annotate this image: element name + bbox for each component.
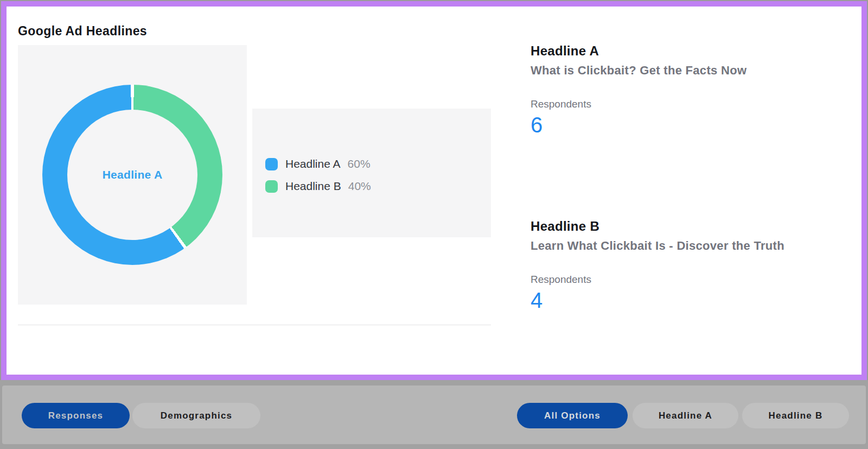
filter-headline-a[interactable]: Headline A (633, 403, 738, 428)
donut-chart[interactable]: Headline A (42, 85, 222, 265)
tab-responses[interactable]: Responses (22, 403, 130, 428)
respondents-value: 4 (531, 288, 856, 312)
bottom-toolbar: Responses Demographics All Options Headl… (0, 380, 868, 449)
respondents-value: 6 (531, 113, 856, 137)
chart-legend: Headline A 60% Headline B 40% (252, 109, 491, 237)
screen: Google Ad Headlines Headline A Headline … (0, 0, 868, 449)
headline-b-subtitle: Learn What Clickbait Is - Discover the T… (531, 238, 856, 254)
page-title: Google Ad Headlines (18, 24, 147, 39)
headline-b-detail-block: Headline B Learn What Clickbait Is - Dis… (531, 219, 856, 312)
headline-b-swatch-icon (265, 180, 278, 193)
divider (18, 325, 491, 325)
legend-label: Headline A (285, 157, 341, 170)
legend-value: 40% (348, 180, 371, 193)
tab-demographics[interactable]: Demographics (132, 403, 260, 428)
donut-hole: Headline A (67, 110, 197, 240)
legend-item-headline-a[interactable]: Headline A 60% (265, 157, 491, 170)
donut-center-label: Headline A (103, 168, 163, 181)
respondents-label: Respondents (531, 273, 856, 286)
filter-headline-b[interactable]: Headline B (742, 403, 849, 428)
headline-a-subtitle: What is Clickbait? Get the Facts Now (531, 63, 856, 78)
legend-label: Headline B (285, 180, 341, 193)
legend-value: 60% (348, 157, 371, 170)
headline-a-swatch-icon (265, 158, 278, 170)
respondents-label: Respondents (531, 98, 856, 111)
legend-item-headline-b[interactable]: Headline B 40% (265, 180, 491, 193)
headline-a-title: Headline A (531, 43, 856, 59)
question-results-card[interactable]: Google Ad Headlines Headline A Headline … (1, 1, 867, 380)
filter-all-options[interactable]: All Options (517, 403, 628, 428)
headline-a-detail-block: Headline A What is Clickbait? Get the Fa… (531, 43, 856, 137)
donut-chart-panel: Headline A (18, 45, 247, 305)
headline-b-title: Headline B (531, 219, 856, 234)
